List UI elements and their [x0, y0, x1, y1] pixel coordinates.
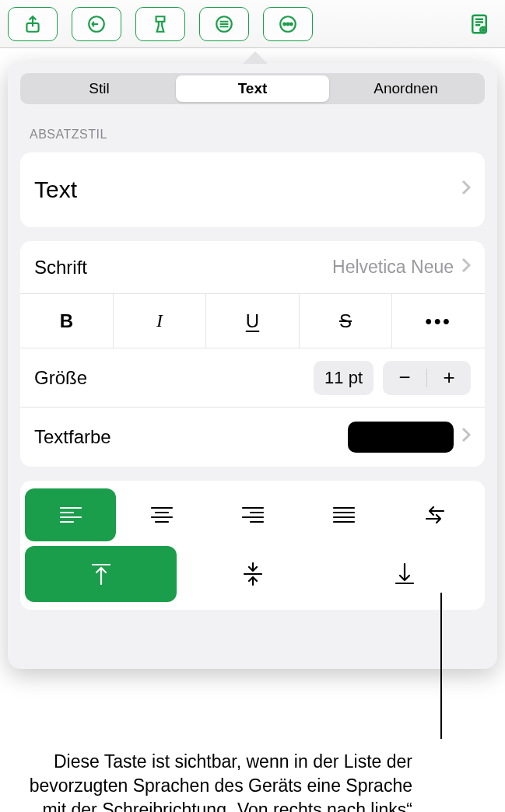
- chevron-right-icon: [461, 180, 471, 200]
- valign-top-button[interactable]: [25, 546, 177, 602]
- chevron-right-icon: [461, 427, 471, 447]
- size-increase-button[interactable]: +: [427, 361, 471, 395]
- tab-style[interactable]: Stil: [23, 75, 176, 102]
- text-color-label: Textfarbe: [34, 426, 111, 448]
- size-label: Größe: [34, 367, 87, 389]
- more-styles-button[interactable]: •••: [392, 294, 485, 348]
- tab-arrange[interactable]: Anordnen: [329, 75, 482, 102]
- alignment-card: [20, 481, 485, 610]
- align-right-button[interactable]: [207, 488, 298, 541]
- size-stepper: − +: [383, 361, 471, 395]
- text-color-swatch[interactable]: [348, 422, 454, 453]
- insert-button[interactable]: [199, 7, 249, 41]
- bold-button[interactable]: B: [20, 294, 114, 348]
- font-card: Schrift Helvetica Neue B I U S ••• Größe…: [20, 241, 485, 467]
- svg-point-6: [290, 23, 293, 25]
- undo-button[interactable]: [72, 7, 121, 41]
- text-direction-button[interactable]: [389, 488, 480, 541]
- size-value[interactable]: 11 pt: [314, 361, 373, 395]
- popover-arrow: [243, 51, 268, 64]
- align-center-button[interactable]: [116, 488, 207, 541]
- vertical-align-row: [25, 546, 480, 602]
- italic-button[interactable]: I: [114, 294, 207, 348]
- format-popover: Stil Text Anordnen Absatzstil Text Schri…: [0, 62, 505, 669]
- align-justify-button[interactable]: [298, 488, 389, 541]
- font-value: Helvetica Neue: [332, 257, 454, 278]
- share-button[interactable]: [8, 7, 58, 41]
- svg-point-5: [287, 23, 289, 25]
- horizontal-align-row: [25, 488, 480, 541]
- top-toolbar: [0, 0, 505, 48]
- more-button[interactable]: [263, 7, 313, 41]
- strikethrough-button[interactable]: S: [300, 294, 393, 348]
- valign-bottom-button[interactable]: [328, 546, 480, 602]
- paragraph-style-heading: Absatzstil: [8, 112, 497, 148]
- tab-text[interactable]: Text: [176, 75, 329, 102]
- underline-button[interactable]: U: [206, 294, 300, 348]
- callout-line: [440, 593, 442, 739]
- format-button[interactable]: [135, 7, 185, 41]
- paragraph-style-row[interactable]: Text: [20, 152, 485, 227]
- reader-button[interactable]: [461, 7, 497, 41]
- format-tabs: Stil Text Anordnen: [20, 73, 485, 104]
- font-row[interactable]: Schrift Helvetica Neue: [20, 241, 485, 294]
- text-color-row[interactable]: Textfarbe: [20, 408, 485, 467]
- svg-point-4: [283, 23, 286, 25]
- align-left-button[interactable]: [25, 488, 116, 541]
- paragraph-style-value: Text: [34, 177, 77, 203]
- font-style-row: B I U S •••: [20, 294, 485, 348]
- valign-middle-button[interactable]: [177, 546, 328, 602]
- callout-caption: Diese Taste ist sichtbar, wenn in der Li…: [0, 750, 459, 812]
- size-decrease-button[interactable]: −: [383, 361, 426, 395]
- size-row: Größe 11 pt − +: [20, 348, 485, 408]
- chevron-right-icon: [461, 257, 471, 278]
- font-label: Schrift: [34, 257, 87, 278]
- svg-point-9: [482, 29, 485, 31]
- paragraph-style-card: Text: [20, 152, 485, 227]
